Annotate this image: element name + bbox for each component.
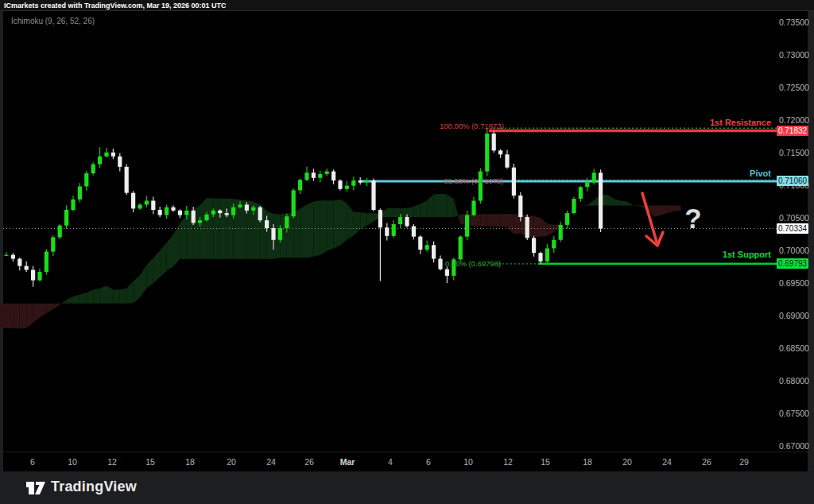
candle-body bbox=[579, 187, 583, 199]
ichimoku-cloud-segment bbox=[126, 281, 133, 304]
price-tick: 0.69500 bbox=[779, 278, 806, 288]
ichimoku-cloud-segment bbox=[0, 304, 6, 328]
candle-body bbox=[198, 220, 202, 223]
ichimoku-cloud-segment bbox=[661, 206, 667, 215]
date-tick: 20 bbox=[227, 457, 236, 467]
candle-body bbox=[204, 215, 208, 220]
resistance-price-tag: 0.71832 bbox=[777, 126, 808, 136]
candle-body bbox=[171, 207, 175, 211]
candle-body bbox=[258, 207, 262, 220]
price-tick: 0.73000 bbox=[779, 50, 806, 60]
ichimoku-cloud-segment bbox=[334, 200, 340, 249]
candle-body bbox=[359, 180, 362, 182]
ichimoku-cloud-segment bbox=[100, 286, 107, 304]
candle-body bbox=[17, 259, 21, 266]
ichimoku-cloud-segment bbox=[580, 205, 587, 206]
candle-body bbox=[98, 157, 102, 165]
candle-body bbox=[51, 237, 55, 251]
ichimoku-cloud-segment bbox=[93, 289, 99, 304]
candle-body bbox=[438, 259, 442, 269]
ichimoku-cloud-segment bbox=[587, 200, 594, 206]
candle-body bbox=[104, 153, 108, 157]
price-tick: 0.71500 bbox=[779, 148, 806, 157]
candle-body bbox=[71, 200, 75, 210]
pivot-label: Pivot bbox=[750, 169, 771, 178]
ichimoku-cloud-segment bbox=[627, 202, 634, 207]
candle-body bbox=[351, 180, 355, 186]
candle-body bbox=[4, 255, 8, 256]
candle-body bbox=[218, 211, 222, 213]
ichimoku-cloud-segment bbox=[313, 200, 320, 257]
candle-body bbox=[405, 217, 409, 226]
ichimoku-cloud-segment bbox=[501, 214, 507, 227]
date-axis[interactable]: 610121518202426Mar461012151820242629 bbox=[3, 452, 808, 472]
ichimoku-cloud-segment bbox=[507, 214, 514, 234]
ichimoku-cloud-segment bbox=[607, 195, 614, 205]
candle-body bbox=[412, 227, 416, 237]
date-tick: 24 bbox=[662, 457, 672, 467]
ichimoku-cloud-segment bbox=[153, 250, 160, 283]
date-tick: 24 bbox=[266, 457, 276, 467]
support-label: 1st Support bbox=[723, 250, 771, 259]
ichimoku-cloud-segment bbox=[494, 214, 500, 227]
fib-label-618: 61.80% (0.71078) bbox=[444, 176, 504, 185]
ichimoku-cloud-segment bbox=[413, 204, 420, 217]
last-price-tag: 0.70334 bbox=[777, 223, 808, 234]
ichimoku-cloud-segment bbox=[6, 304, 13, 328]
candle-body bbox=[225, 213, 229, 215]
candle-body bbox=[465, 215, 469, 237]
ichimoku-cloud-segment bbox=[668, 206, 674, 214]
candle-body bbox=[312, 173, 316, 178]
ichimoku-cloud-segment bbox=[79, 293, 86, 304]
candle-body bbox=[492, 134, 496, 150]
date-tick: 18 bbox=[583, 457, 592, 467]
footer-bar: TradingView bbox=[0, 471, 814, 504]
price-tick: 0.68500 bbox=[779, 343, 806, 353]
fib-label-0: 0.00% (0.69793) bbox=[445, 259, 501, 268]
ichimoku-cloud-segment bbox=[541, 218, 547, 237]
tradingview-logo-icon[interactable] bbox=[25, 479, 46, 498]
ichimoku-cloud-segment bbox=[40, 304, 46, 317]
candle-body bbox=[432, 245, 436, 258]
ichimoku-cloud-segment bbox=[393, 208, 400, 217]
candle-body bbox=[145, 201, 149, 205]
candle-body bbox=[572, 199, 576, 213]
ichimoku-cloud-segment bbox=[180, 215, 186, 259]
price-tick: 0.67000 bbox=[779, 441, 806, 451]
candle-body bbox=[211, 211, 215, 215]
ichimoku-cloud-segment bbox=[26, 304, 33, 328]
date-tick: 12 bbox=[503, 457, 513, 467]
candle-body bbox=[31, 269, 35, 280]
price-tick: 0.67500 bbox=[779, 409, 806, 418]
candle-body bbox=[599, 173, 603, 228]
tradingview-brand-text[interactable]: TradingView bbox=[51, 479, 137, 495]
candle-body bbox=[64, 210, 68, 226]
ichimoku-cloud-segment bbox=[140, 265, 146, 297]
ichimoku-cloud-segment bbox=[634, 206, 641, 207]
candle-body bbox=[45, 252, 48, 272]
ichimoku-cloud-segment bbox=[474, 214, 480, 226]
candle-body bbox=[25, 266, 29, 270]
ichimoku-cloud-segment bbox=[20, 304, 26, 329]
candle-body bbox=[58, 226, 62, 238]
ichimoku-cloud-segment bbox=[113, 289, 119, 303]
candle-body bbox=[192, 211, 196, 223]
candle-body bbox=[245, 204, 249, 210]
price-tick: 0.68000 bbox=[779, 376, 806, 386]
chart-window: ICmarkets created with TradingView.com, … bbox=[0, 0, 814, 504]
candle-body bbox=[538, 253, 542, 262]
ichimoku-cloud-segment bbox=[614, 199, 620, 205]
ichimoku-cloud-segment bbox=[367, 213, 374, 226]
price-tick: 0.70000 bbox=[779, 246, 806, 255]
candle-body bbox=[338, 180, 342, 189]
candle-body bbox=[278, 228, 282, 240]
ichimoku-cloud-segment bbox=[120, 289, 126, 304]
ichimoku-cloud-segment bbox=[87, 290, 93, 304]
ichimoku-cloud-segment bbox=[514, 214, 520, 234]
candle-body bbox=[378, 210, 382, 227]
candle-body bbox=[585, 183, 589, 188]
candle-body bbox=[292, 190, 296, 216]
ichimoku-cloud-segment bbox=[134, 275, 140, 303]
candle-body bbox=[459, 237, 463, 260]
candle-body bbox=[118, 157, 122, 167]
